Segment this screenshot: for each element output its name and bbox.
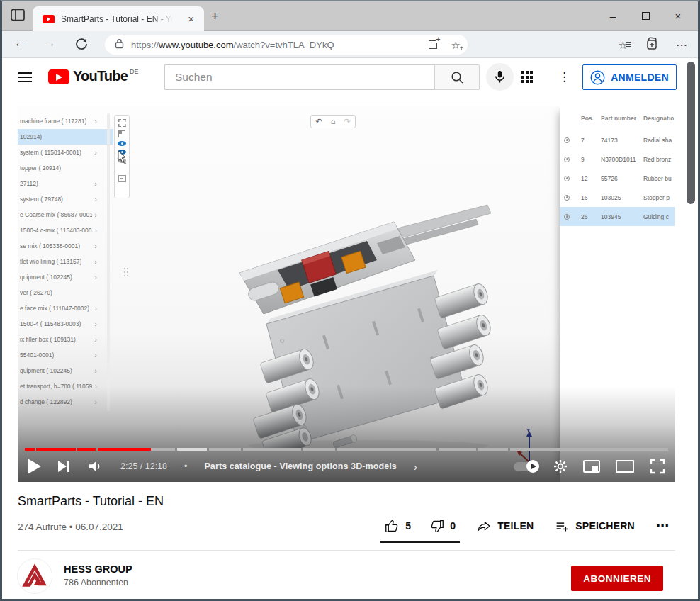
redo-icon[interactable]: ↷ bbox=[344, 118, 351, 125]
tree-item[interactable]: system ( 115814-0001)› bbox=[18, 145, 113, 160]
volume-icon[interactable] bbox=[86, 458, 103, 475]
split-screen-icon[interactable] bbox=[429, 40, 437, 49]
miniplayer-icon[interactable] bbox=[583, 460, 600, 473]
collapse-icon[interactable] bbox=[118, 175, 126, 182]
tree-item[interactable]: e Coarse mix ( 86687-0001)› bbox=[18, 207, 113, 223]
close-button[interactable]: × bbox=[662, 0, 694, 31]
back-icon[interactable]: ← bbox=[14, 36, 26, 50]
menu-icon[interactable] bbox=[18, 72, 32, 85]
chevron-right-icon[interactable]: › bbox=[94, 210, 97, 219]
youtube-menu-icon[interactable]: ⋮ bbox=[558, 69, 570, 84]
chevron-right-icon[interactable]: › bbox=[94, 273, 97, 281]
pane-icon[interactable] bbox=[118, 130, 125, 137]
tab-actions-icon[interactable] bbox=[9, 8, 26, 23]
search-button[interactable] bbox=[434, 64, 480, 90]
tab-close-icon[interactable]: × bbox=[185, 12, 197, 26]
chevron-right-icon[interactable]: › bbox=[94, 242, 97, 250]
subscribe-button[interactable]: ABONNIEREN bbox=[571, 566, 663, 591]
panel-drag-handle[interactable] bbox=[124, 268, 125, 269]
youtube-masthead: YouTube DE ⋮ ANMELDEN bbox=[0, 59, 700, 95]
save-button[interactable]: SPEICHERN bbox=[555, 519, 634, 534]
chevron-right-icon[interactable]: › bbox=[94, 195, 97, 203]
tree-item[interactable]: tlet w/o lining ( 113157)› bbox=[18, 254, 113, 269]
share-button[interactable]: TEILEN bbox=[477, 519, 534, 534]
chevron-right-icon[interactable]: › bbox=[94, 351, 97, 359]
table-row[interactable]: 1255726Rubber bu bbox=[560, 169, 675, 188]
home-view-icon[interactable]: ⌂ bbox=[331, 118, 336, 125]
video-meta: 274 Aufrufe • 06.07.2021 bbox=[18, 522, 123, 532]
autoplay-toggle[interactable] bbox=[514, 462, 538, 471]
tree-item[interactable]: 27112)› bbox=[18, 176, 113, 191]
tree-scrollbar[interactable] bbox=[107, 113, 110, 411]
tree-item-label: 27112) bbox=[20, 180, 38, 187]
table-row[interactable]: 16103025Stopper p bbox=[560, 188, 675, 207]
page-scrollbar[interactable] bbox=[687, 62, 695, 204]
tree-item[interactable]: se mix ( 105338-0001)› bbox=[18, 238, 113, 254]
tree-item[interactable]: machine frame ( 117281)› bbox=[18, 113, 113, 129]
dislike-button[interactable]: 0 bbox=[429, 519, 456, 534]
part-settings-icon[interactable] bbox=[564, 157, 570, 162]
tree-item[interactable]: quipment ( 102245)› bbox=[18, 363, 113, 378]
lock-icon[interactable] bbox=[115, 38, 124, 52]
tree-item[interactable]: ver ( 26270) bbox=[18, 285, 113, 300]
minimize-button[interactable]: – bbox=[597, 0, 629, 31]
table-row[interactable]: 9N3700D1011Red bronz bbox=[560, 150, 675, 169]
chevron-right-icon[interactable]: › bbox=[94, 304, 97, 313]
youtube-logo[interactable]: YouTube DE bbox=[48, 68, 139, 84]
refresh-icon[interactable] bbox=[74, 37, 89, 54]
thumbs-up-icon bbox=[385, 519, 400, 534]
chevron-right-icon[interactable]: › bbox=[94, 148, 97, 157]
microphone-icon[interactable] bbox=[486, 63, 514, 91]
address-bar[interactable]: https://www.youtube.com/watch?v=tvhTLA_D… bbox=[105, 35, 468, 55]
video-player[interactable]: machine frame ( 117281)›102914)system ( … bbox=[18, 106, 675, 482]
tree-item[interactable]: topper ( 20914) bbox=[18, 160, 113, 176]
tree-item[interactable]: 102914) bbox=[18, 129, 113, 145]
next-button[interactable] bbox=[58, 461, 69, 472]
forward-icon[interactable]: → bbox=[44, 36, 56, 50]
tree-item[interactable]: system ( 79748)› bbox=[18, 191, 113, 207]
table-cell: Rubber bu bbox=[643, 175, 675, 182]
chevron-right-icon[interactable]: › bbox=[94, 117, 97, 125]
undo-icon[interactable]: ↶ bbox=[315, 118, 322, 125]
browser-tab[interactable]: SmartParts - Tutorial - EN - YouT × bbox=[33, 6, 204, 31]
chevron-right-icon[interactable]: › bbox=[94, 257, 97, 266]
collections-icon[interactable] bbox=[645, 37, 659, 53]
tree-item[interactable]: 1500-4 ( 115483-0003)› bbox=[18, 316, 113, 332]
chapter-chevron-icon[interactable]: › bbox=[414, 461, 417, 472]
visibility-on-icon[interactable] bbox=[118, 141, 126, 146]
channel-name[interactable]: HESS GROUP bbox=[64, 563, 132, 575]
fullscreen-icon[interactable] bbox=[650, 459, 665, 474]
more-actions-icon[interactable]: ⋯ bbox=[656, 518, 669, 534]
chevron-right-icon[interactable]: › bbox=[94, 335, 97, 344]
sign-in-button[interactable]: ANMELDEN bbox=[582, 64, 677, 90]
like-button[interactable]: 5 bbox=[385, 519, 411, 534]
part-settings-icon[interactable] bbox=[564, 137, 570, 143]
tree-item[interactable]: e face mix ( 111847-0002)› bbox=[18, 300, 113, 316]
table-row[interactable]: 26103945Guiding c bbox=[560, 207, 675, 226]
browser-menu-icon[interactable]: ⋯ bbox=[676, 38, 687, 52]
maximize-button[interactable] bbox=[629, 0, 662, 31]
table-row[interactable]: 774173Radial sha bbox=[560, 130, 675, 150]
part-settings-icon[interactable] bbox=[564, 214, 570, 220]
new-tab-button[interactable]: + bbox=[211, 9, 219, 23]
fit-view-icon[interactable] bbox=[118, 119, 126, 127]
tree-item[interactable]: 1500-4 c-mix ( 115483-0002)› bbox=[18, 223, 113, 238]
theater-mode-icon[interactable] bbox=[616, 460, 634, 473]
tree-item[interactable]: quipment ( 102245)› bbox=[18, 269, 113, 285]
chevron-right-icon[interactable]: › bbox=[94, 366, 97, 375]
channel-avatar[interactable] bbox=[18, 559, 52, 593]
tree-item[interactable]: ix filler box ( 109131)› bbox=[18, 332, 113, 347]
apps-grid-icon[interactable] bbox=[521, 71, 533, 83]
add-favorite-icon[interactable]: ☆ bbox=[451, 40, 461, 50]
chevron-right-icon[interactable]: › bbox=[94, 179, 97, 188]
chapter-title[interactable]: Parts catalogue - Viewing options 3D-mod… bbox=[204, 461, 396, 471]
part-settings-icon[interactable] bbox=[564, 195, 570, 201]
search-input[interactable] bbox=[165, 65, 434, 89]
chevron-right-icon[interactable]: › bbox=[94, 226, 97, 235]
chevron-right-icon[interactable]: › bbox=[94, 320, 97, 328]
play-button[interactable] bbox=[28, 459, 41, 474]
part-settings-icon[interactable] bbox=[564, 176, 570, 181]
tree-item[interactable]: 55401-0001)› bbox=[18, 347, 113, 363]
favorites-icon[interactable]: ☆ bbox=[619, 40, 628, 50]
settings-gear-icon[interactable] bbox=[553, 459, 568, 473]
